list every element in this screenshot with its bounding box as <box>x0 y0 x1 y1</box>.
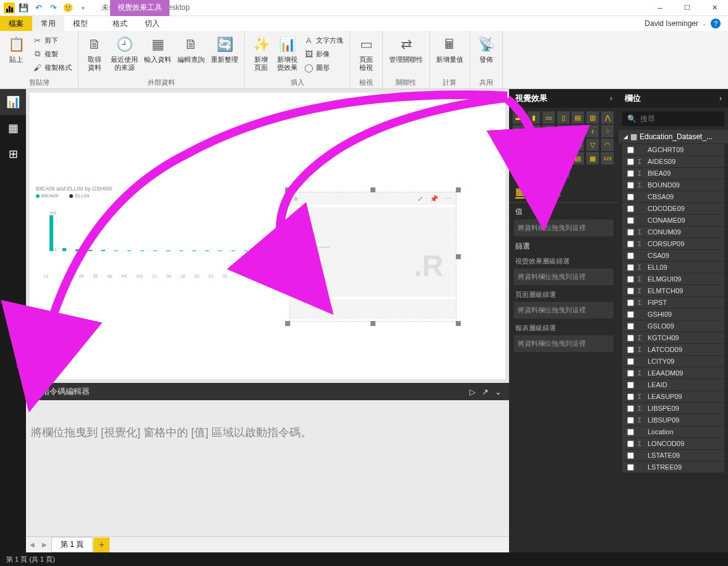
field-checkbox[interactable] <box>627 323 634 330</box>
report-view-icon[interactable]: 📊 <box>0 89 26 115</box>
viz-multicard-icon[interactable]: ⊡ <box>528 152 540 165</box>
field-checkbox[interactable] <box>627 311 634 318</box>
viz-gauge-icon[interactable]: ◠ <box>601 139 614 151</box>
focus-icon[interactable]: ⤢ <box>418 195 423 202</box>
field-checkbox[interactable] <box>627 158 634 165</box>
undo-icon[interactable]: ↶ <box>32 2 45 14</box>
field-checkbox[interactable] <box>627 288 634 294</box>
viz-kpi-icon[interactable]: 📈 <box>542 152 555 165</box>
viz-funnel-icon[interactable]: ▽ <box>586 139 599 151</box>
field-item[interactable]: ΣELMGUI09 <box>622 273 724 285</box>
field-checkbox[interactable] <box>627 229 634 236</box>
field-checkbox[interactable] <box>627 205 634 212</box>
model-view-icon[interactable]: ⊞ <box>0 141 26 167</box>
tab-file[interactable]: 檔案 <box>0 16 32 31</box>
viz-scatter-icon[interactable]: ⁘ <box>601 125 614 137</box>
new-visual-button[interactable]: 📊新增視 覺效果 <box>275 33 300 73</box>
viz-card-icon[interactable]: ⬚ <box>513 152 525 165</box>
field-item[interactable]: ΣELMTCH09 <box>622 285 724 296</box>
save-icon[interactable]: 💾 <box>17 2 30 14</box>
field-item[interactable]: ΣLIBSPE09 <box>622 403 724 414</box>
pin-icon[interactable]: 📌 <box>430 195 439 202</box>
field-checkbox[interactable] <box>627 276 634 283</box>
field-checkbox[interactable] <box>627 299 634 306</box>
tab-model[interactable]: 模型 <box>64 16 96 31</box>
field-checkbox[interactable] <box>627 241 634 247</box>
drag-handle-icon[interactable]: ≡ <box>294 195 298 202</box>
field-checkbox[interactable] <box>627 252 634 259</box>
viz-column-icon[interactable]: ▮ <box>528 111 540 124</box>
field-checkbox[interactable] <box>627 170 634 177</box>
report-canvas[interactable]: BIEA09 and ELL09 by GSHI09 BIEA09 ELL09 … <box>30 93 505 379</box>
field-item[interactable]: LSTATE09 <box>622 450 724 461</box>
data-view-icon[interactable]: ▦ <box>0 115 26 141</box>
field-item[interactable]: ΣBIEA09 <box>622 168 724 179</box>
viz-arcgis-icon[interactable]: 🌍 <box>542 166 555 178</box>
collapse-table-icon[interactable]: ◢ <box>623 134 628 140</box>
viz-slicer-icon[interactable]: ☰ <box>557 152 570 165</box>
field-checkbox[interactable] <box>627 382 634 388</box>
field-item[interactable]: ΣAIDES09 <box>622 156 724 167</box>
analytics-tab-icon[interactable]: 🔍 <box>549 186 562 199</box>
cut-button[interactable]: ✂剪下 <box>30 33 74 47</box>
viz-waterfall-icon[interactable]: ⫞ <box>586 125 599 137</box>
viz-combo2-icon[interactable]: ⊟ <box>557 125 570 137</box>
field-item[interactable]: ΣKGTCH09 <box>622 332 724 343</box>
values-well[interactable]: 將資料欄位拖曳到這裡 <box>514 220 614 236</box>
viz-combo1-icon[interactable]: ⊞ <box>542 125 555 137</box>
chevron-right-icon[interactable]: › <box>610 94 612 103</box>
field-item[interactable]: LEAID <box>622 379 724 390</box>
field-checkbox[interactable] <box>627 417 634 424</box>
add-page-button[interactable]: + <box>93 538 109 552</box>
field-checkbox[interactable] <box>627 335 634 341</box>
viz-area-icon[interactable]: ◣ <box>513 125 525 137</box>
page-next-icon[interactable]: ▶ <box>38 538 51 552</box>
field-item[interactable]: ΣLATCOD09 <box>622 344 724 355</box>
recent-sources-button[interactable]: 🕘最近使用 的來源 <box>108 33 140 73</box>
page-tab-1[interactable]: 第 1 頁 <box>51 537 93 552</box>
viz-ribbon-icon[interactable]: ≈ <box>572 125 584 137</box>
maximize-button[interactable]: ☐ <box>674 0 701 16</box>
viz-r-icon[interactable]: R <box>528 166 540 178</box>
smiley-icon[interactable]: 🙂 <box>62 2 74 14</box>
viz-100bar-icon[interactable]: ▤ <box>572 111 584 124</box>
viz-100column-icon[interactable]: ▥ <box>586 111 599 124</box>
field-item[interactable]: LCITY09 <box>622 356 724 367</box>
popout-icon[interactable]: ↗ <box>482 387 489 397</box>
field-checkbox[interactable] <box>627 429 634 435</box>
field-item[interactable]: ΣCORSUP09 <box>622 238 724 249</box>
new-page-button[interactable]: ✨新增 頁面 <box>249 33 273 73</box>
field-item[interactable]: GSLO09 <box>622 320 724 332</box>
collapse-icon[interactable]: ⌄ <box>495 387 502 397</box>
help-icon[interactable]: ? <box>711 19 721 28</box>
viz-line-icon[interactable]: ⋀ <box>601 111 614 124</box>
viz-map-icon[interactable]: 🌐 <box>557 139 570 151</box>
new-measure-button[interactable]: 🖩新增量值 <box>434 33 466 65</box>
field-item[interactable]: AGCHRT09 <box>622 144 724 155</box>
viz-stacked-bar-icon[interactable]: ▬ <box>513 111 525 124</box>
more-icon[interactable]: ⋯ <box>445 195 452 202</box>
field-item[interactable]: ΣELL09 <box>622 262 724 273</box>
field-item[interactable]: CBSA09 <box>622 191 724 202</box>
field-item[interactable]: ΣLEASUP09 <box>622 391 724 402</box>
enter-data-button[interactable]: ▦輸入資料 <box>142 33 174 65</box>
table-header[interactable]: ◢▦Education_Dataset_... <box>619 130 728 144</box>
viz-stacked-area-icon[interactable]: ◢ <box>528 125 540 137</box>
shape-button[interactable]: ◯圖形 <box>301 61 346 74</box>
field-checkbox[interactable] <box>627 393 634 400</box>
fields-tab-icon[interactable]: ▦ <box>515 186 525 199</box>
field-checkbox[interactable] <box>627 440 634 447</box>
field-item[interactable]: ΣLEAADM09 <box>622 367 724 379</box>
get-data-button[interactable]: 🗎取得 資料 <box>82 33 107 73</box>
field-item[interactable]: ΣBOUND09 <box>622 179 724 191</box>
publish-button[interactable]: 📡發佈 <box>474 33 499 65</box>
field-checkbox[interactable] <box>627 264 634 271</box>
field-checkbox[interactable] <box>627 346 634 353</box>
field-checkbox[interactable] <box>627 358 634 365</box>
field-item[interactable]: CONAME09 <box>622 215 724 226</box>
viz-clustered-column-icon[interactable]: ▯ <box>557 111 570 124</box>
run-script-icon[interactable]: ▷ <box>469 387 476 397</box>
chevron-right-icon[interactable]: › <box>719 94 722 103</box>
viz-py-icon[interactable]: Py <box>513 166 525 178</box>
field-item[interactable]: ΣLIBSUP09 <box>622 414 724 426</box>
